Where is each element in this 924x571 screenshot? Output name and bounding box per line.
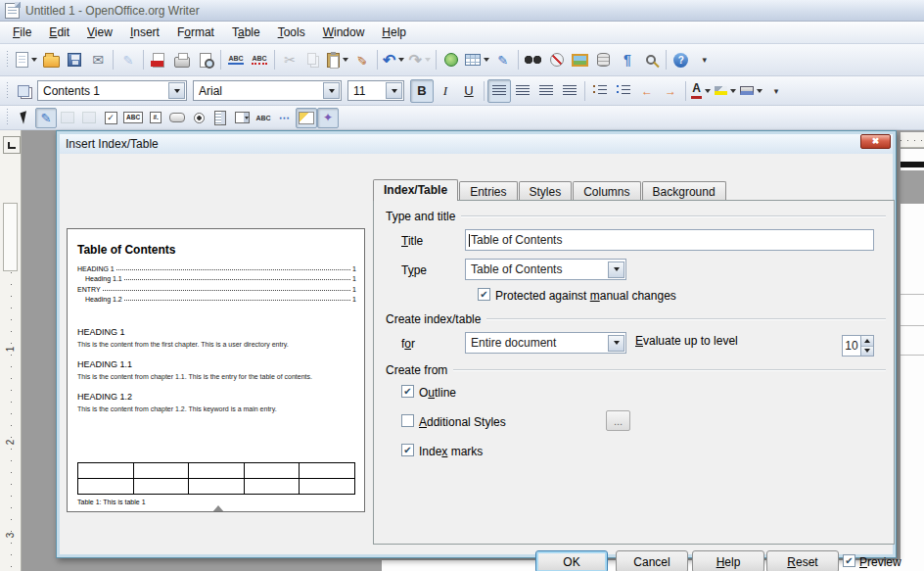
italic-button[interactable]: I xyxy=(434,79,457,103)
insert-formatted-field-button[interactable]: #. xyxy=(145,108,166,128)
outline-checkbox[interactable]: ✔ xyxy=(401,385,414,398)
toolbar-grip[interactable] xyxy=(5,109,10,126)
menu-edit[interactable]: Edit xyxy=(40,23,78,42)
menu-insert[interactable]: Insert xyxy=(121,23,168,42)
design-mode-button[interactable]: ✎ xyxy=(35,108,57,128)
index-marks-checkbox[interactable]: ✔ xyxy=(401,444,414,456)
undo-button[interactable]: ↶ xyxy=(381,48,406,71)
protected-checkbox[interactable]: ✔ xyxy=(478,288,490,301)
bold-button[interactable]: B xyxy=(410,79,434,103)
select-dropdown-button[interactable] xyxy=(608,335,624,352)
toolbar-grip[interactable] xyxy=(5,51,10,69)
window-titlebar[interactable]: Untitled 1 - OpenOffice.org Writer xyxy=(0,0,924,22)
navigator-button[interactable] xyxy=(545,48,569,71)
toolbar-overflow-button[interactable]: ▾ xyxy=(693,48,716,71)
assign-styles-button[interactable]: ... xyxy=(606,410,630,431)
type-select[interactable]: Table of Contents xyxy=(465,259,626,280)
preview-resize-handle[interactable] xyxy=(212,505,224,512)
justify-button[interactable] xyxy=(558,79,581,103)
insert-list-box-button[interactable] xyxy=(209,108,231,128)
tab-stop-selector[interactable] xyxy=(3,136,21,154)
insert-label-button[interactable]: ABC xyxy=(253,108,274,128)
hyperlink-button[interactable] xyxy=(439,48,463,71)
font-size-combo[interactable]: 11 xyxy=(347,80,404,101)
insert-combo-box-button[interactable] xyxy=(231,108,253,128)
cancel-button[interactable]: Cancel xyxy=(616,550,688,571)
preview-checkbox[interactable]: ✔ xyxy=(843,554,855,567)
increase-indent-button[interactable]: → xyxy=(659,79,682,103)
paste-button[interactable] xyxy=(325,48,350,71)
menu-window[interactable]: Window xyxy=(314,23,374,42)
align-right-button[interactable] xyxy=(534,79,558,103)
select-dropdown-button[interactable] xyxy=(608,262,624,278)
combo-dropdown-button[interactable] xyxy=(323,82,340,99)
highlighting-button[interactable] xyxy=(713,79,738,103)
combo-dropdown-button[interactable] xyxy=(386,82,402,99)
font-name-combo[interactable]: Arial xyxy=(193,80,342,101)
insert-textbox-button[interactable]: ABC xyxy=(121,108,145,128)
for-select[interactable]: Entire document xyxy=(465,332,626,354)
save-button[interactable] xyxy=(63,48,86,71)
ok-button[interactable]: OK xyxy=(535,550,608,571)
help-button[interactable]: ? xyxy=(670,48,693,71)
find-replace-button[interactable] xyxy=(522,48,545,71)
menu-tools[interactable]: Tools xyxy=(269,23,314,42)
insert-checkbox-button[interactable]: ✓ xyxy=(100,108,121,128)
more-controls-button[interactable]: ⋯ xyxy=(274,108,296,128)
styles-window-button[interactable] xyxy=(14,79,37,103)
reset-button[interactable]: Reset xyxy=(766,550,839,571)
toolbar-overflow-button[interactable]: ▾ xyxy=(764,79,788,103)
tab-background[interactable]: Background xyxy=(642,181,726,201)
form-design-button[interactable] xyxy=(296,108,317,128)
ruler-margin-box[interactable] xyxy=(3,203,18,271)
align-center-button[interactable] xyxy=(511,79,534,103)
dialog-titlebar[interactable]: Insert Index/Table xyxy=(60,134,893,154)
insert-table-button[interactable] xyxy=(463,48,491,71)
bullet-list-button[interactable] xyxy=(612,79,635,103)
export-pdf-button[interactable] xyxy=(147,48,170,71)
spellcheck-button[interactable]: ABC xyxy=(224,48,248,71)
menu-table[interactable]: Table xyxy=(223,23,269,42)
email-document-button[interactable]: ✉ xyxy=(86,48,110,71)
nonprinting-characters-button[interactable]: ¶ xyxy=(616,48,639,71)
wizards-button[interactable]: ✦ xyxy=(317,108,339,128)
paragraph-style-combo[interactable]: Contents 1 xyxy=(37,80,187,101)
select-pointer-button[interactable] xyxy=(14,108,35,128)
menu-file[interactable]: File xyxy=(4,23,40,42)
menu-format[interactable]: Format xyxy=(168,23,223,42)
vertical-ruler[interactable]: 1 2 3 xyxy=(0,130,22,571)
zoom-button[interactable] xyxy=(639,48,663,71)
format-paintbrush-button[interactable]: ✐ xyxy=(350,48,374,71)
show-draw-functions-button[interactable]: ✎ xyxy=(491,48,515,71)
menu-help[interactable]: Help xyxy=(373,23,415,42)
underline-button[interactable]: U xyxy=(457,79,481,103)
help-button[interactable]: Help xyxy=(692,550,764,571)
level-spinner[interactable]: 10 xyxy=(842,335,874,357)
toolbar-grip[interactable] xyxy=(5,82,10,100)
data-sources-button[interactable] xyxy=(592,48,616,71)
combo-dropdown-button[interactable] xyxy=(168,82,185,99)
open-button[interactable] xyxy=(39,48,63,71)
menu-view[interactable]: View xyxy=(78,23,121,42)
numbered-list-button[interactable] xyxy=(588,79,612,103)
spinner-up-button[interactable] xyxy=(861,336,873,347)
decrease-indent-button[interactable]: ← xyxy=(635,79,659,103)
page-preview-button[interactable] xyxy=(194,48,217,71)
new-document-button[interactable] xyxy=(14,48,39,71)
insert-push-button-button[interactable] xyxy=(166,108,188,128)
tab-columns[interactable]: Columns xyxy=(573,181,640,201)
font-color-button[interactable]: A xyxy=(689,79,713,103)
tab-index-table[interactable]: Index/Table xyxy=(373,179,458,201)
print-button[interactable] xyxy=(170,48,194,71)
spinner-down-button[interactable] xyxy=(861,347,873,357)
background-color-button[interactable] xyxy=(738,79,764,103)
title-input[interactable]: Table of Contents xyxy=(465,229,874,251)
additional-styles-checkbox[interactable] xyxy=(401,414,414,427)
align-left-button[interactable] xyxy=(487,79,511,103)
gallery-button[interactable] xyxy=(569,48,592,71)
insert-option-button-button[interactable] xyxy=(188,108,209,128)
autospellcheck-button[interactable]: ABC xyxy=(248,48,271,71)
tab-entries[interactable]: Entries xyxy=(459,181,517,201)
tab-styles[interactable]: Styles xyxy=(519,181,573,201)
dialog-close-button[interactable]: ✖ xyxy=(860,134,891,149)
